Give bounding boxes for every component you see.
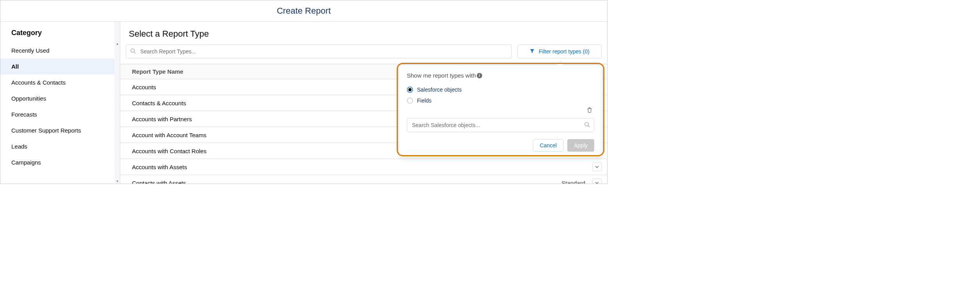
- svg-point-0: [131, 49, 134, 52]
- table-row[interactable]: Accounts with Assets: [120, 159, 607, 175]
- search-box: [126, 44, 512, 58]
- category-item-opportunities[interactable]: Opportunities: [0, 90, 120, 106]
- radio-salesforce-objects[interactable]: Salesforce objects: [407, 84, 594, 95]
- row-name: Accounts with Assets: [132, 164, 187, 170]
- category-item-accounts-contacts[interactable]: Accounts & Contacts: [0, 74, 120, 90]
- category-item-forecasts[interactable]: Forecasts: [0, 106, 120, 122]
- table-row[interactable]: Contacts with Assets Standard: [120, 175, 607, 184]
- row-name: Accounts with Partners: [132, 116, 192, 122]
- radio-selected-icon: [407, 87, 413, 93]
- modal-header: Create Report: [0, 0, 607, 21]
- row-name: Accounts: [132, 84, 156, 90]
- filter-icon: [529, 48, 535, 55]
- popover-footer: Cancel Apply: [407, 139, 594, 152]
- category-item-all[interactable]: All: [0, 58, 120, 74]
- search-icon: [130, 48, 136, 55]
- popover-search-wrap: [407, 118, 594, 132]
- content-area: Category Recently Used All Accounts & Co…: [0, 21, 607, 184]
- chevron-down-icon: [595, 181, 599, 184]
- svg-point-5: [585, 122, 588, 126]
- row-name: Contacts & Accounts: [132, 100, 186, 106]
- row-category: Standard: [561, 180, 585, 184]
- filter-popover: Show me report types with i Salesforce o…: [399, 65, 602, 157]
- search-icon: [584, 122, 590, 129]
- sidebar-header: Category: [0, 22, 120, 42]
- row-name: Contacts with Assets: [132, 180, 186, 184]
- category-item-leads[interactable]: Leads: [0, 138, 120, 154]
- svg-line-6: [588, 126, 590, 127]
- cancel-button[interactable]: Cancel: [533, 139, 563, 152]
- popover-title-text: Show me report types with: [407, 72, 476, 79]
- row-name: Account with Account Teams: [132, 132, 207, 138]
- modal-title: Create Report: [0, 6, 607, 16]
- category-item-recently-used[interactable]: Recently Used: [0, 42, 120, 58]
- apply-button[interactable]: Apply: [567, 139, 594, 152]
- popover-title: Show me report types with i: [407, 72, 594, 79]
- search-input[interactable]: [126, 44, 512, 58]
- radio-label: Salesforce objects: [417, 87, 461, 93]
- chevron-down-icon: [595, 165, 599, 168]
- filter-report-types-button[interactable]: Filter report types (0): [517, 44, 602, 58]
- scroll-up-icon: ▴: [116, 41, 118, 46]
- main-title: Select a Report Type: [120, 22, 607, 44]
- main-panel: Select a Report Type Filter report types…: [120, 22, 607, 184]
- svg-point-3: [408, 88, 412, 91]
- radio-label: Fields: [417, 97, 431, 104]
- trash-icon[interactable]: [586, 108, 593, 114]
- radio-fields[interactable]: Fields: [407, 95, 594, 106]
- sidebar-scrollbar[interactable]: ▴ ▾: [114, 22, 120, 184]
- category-item-customer-support[interactable]: Customer Support Reports: [0, 122, 120, 138]
- row-name: Accounts with Contact Roles: [132, 148, 207, 154]
- svg-point-4: [407, 98, 413, 103]
- popover-search-input[interactable]: [407, 118, 594, 132]
- info-icon[interactable]: i: [477, 73, 482, 78]
- toolbar: Filter report types (0): [120, 44, 607, 64]
- filter-label: Filter report types (0): [539, 48, 590, 55]
- category-sidebar: Category Recently Used All Accounts & Co…: [0, 22, 120, 184]
- category-item-campaigns[interactable]: Campaigns: [0, 154, 120, 170]
- row-action-menu[interactable]: [592, 163, 602, 171]
- row-action-menu[interactable]: [592, 179, 602, 184]
- scroll-down-icon: ▾: [116, 179, 118, 183]
- svg-line-1: [134, 52, 135, 53]
- radio-unselected-icon: [407, 97, 413, 104]
